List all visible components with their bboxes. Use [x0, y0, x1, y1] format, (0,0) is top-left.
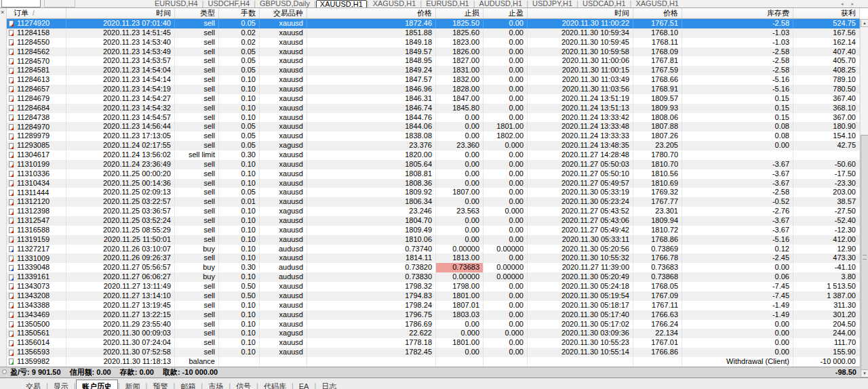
cell-sl: 1827.00	[436, 56, 484, 66]
terminal-tab-代码库[interactable]: 代码库	[258, 381, 292, 389]
cell-sl: 1823.00	[436, 38, 484, 47]
table-row-11284970[interactable]: 112849702020.11.23 14:56:44sell0.05xauus…	[7, 122, 860, 131]
table-row-11310199[interactable]: 113101992020.11.24 23:36:49sell0.10xauus…	[7, 160, 860, 169]
column-header-open_price[interactable]: 价格	[307, 8, 436, 18]
table-row-11316588[interactable]: 113165882020.11.25 08:55:29sell0.10xauus…	[7, 226, 860, 235]
cell-swap	[682, 150, 793, 160]
cell-sl: 0.00	[436, 131, 484, 141]
terminal-tab-信号[interactable]: 信号	[231, 381, 256, 389]
table-row-11293085[interactable]: 112930852020.11.24 02:17:55sell0.05xagus…	[7, 141, 860, 150]
chart-tab-eurusd-h4[interactable]: EURUSD,H4	[151, 0, 202, 7]
table-row-11343073[interactable]: 113430732020.11.27 13:11:49sell0.50xauus…	[7, 282, 860, 291]
cell-open_time: 2020.11.25 00:14:36	[66, 179, 175, 188]
terminal-tab-日志[interactable]: 日志	[316, 381, 342, 389]
cell-swap: 0.15	[682, 104, 793, 113]
table-row-11284738[interactable]: 112847382020.11.23 14:54:57sell0.10xauus…	[7, 113, 860, 123]
table-row-11356014[interactable]: 113560142020.11.30 07:24:04sell0.10xauus…	[7, 338, 860, 348]
cell-lots: 0.50	[219, 282, 260, 291]
cell-order: 11284570	[7, 56, 66, 66]
toolbar-stub-button-2[interactable]	[44, 0, 75, 7]
table-row-11284570[interactable]: 112845702020.11.23 14:53:57sell0.05xauus…	[7, 56, 860, 66]
chart-tabs: EURUSD,H4|USDCHF,H4|GBPUSD,Daily|XAUUSD,…	[151, 0, 683, 8]
table-row-11284158[interactable]: 112841582020.11.23 14:51:45sell0.02xauus…	[7, 28, 860, 38]
table-row-11274920[interactable]: 112749202020.11.23 07:01:40sell0.05xauus…	[7, 19, 860, 28]
toolbar-stub-button[interactable]	[1, 0, 41, 7]
tab-scroll-arrows-icon[interactable]: ◂ ▸	[841, 1, 857, 7]
terminal-tab-账户历史[interactable]: 账户历史	[76, 380, 118, 389]
table-row-11284581[interactable]: 112845812020.11.23 14:54:04sell0.05xauus…	[7, 66, 860, 75]
column-header-profit[interactable]: 获利	[793, 8, 860, 18]
cell-sl: 1832.00	[436, 75, 484, 85]
table-row-11284657[interactable]: 112846572020.11.23 14:54:19sell0.10xauus…	[7, 85, 860, 94]
terminal-tab-EA[interactable]: EA	[294, 381, 315, 389]
chart-tab-xagusd-h1[interactable]: XAGUSD,H1	[631, 0, 683, 7]
table-row-11310434[interactable]: 113104342020.11.25 00:14:36sell0.10xauus…	[7, 179, 860, 188]
column-header-tp[interactable]: 止盈	[484, 8, 528, 18]
close-icon[interactable]: ×	[1, 9, 6, 16]
table-row-11284679[interactable]: 112846792020.11.23 14:54:27sell0.10xauus…	[7, 94, 860, 104]
cell-lots: 0.10	[219, 226, 260, 235]
chart-tab-xauusd-h1[interactable]: XAUUSD,H1	[316, 0, 367, 8]
table-row-11312547[interactable]: 113125472020.11.25 03:52:24sell0.10xauus…	[7, 216, 860, 226]
scroll-down-icon[interactable]: ▼	[861, 369, 868, 377]
scroll-up-icon[interactable]: ▲	[861, 19, 868, 27]
table-row-11310336[interactable]: 113103362020.11.25 00:00:20sell0.10xauus…	[7, 169, 860, 179]
chart-tab-usdchf-h4[interactable]: USDCHF,H4	[203, 0, 254, 7]
terminal-tab-显示[interactable]: 显示	[48, 381, 74, 389]
table-row-11284550[interactable]: 112845502020.11.23 14:53:40sell0.02xauus…	[7, 38, 860, 47]
table-row-11350561[interactable]: 113505612020.11.30 00:09:03sell0.10xagus…	[7, 329, 860, 338]
table-row-11356593[interactable]: 113565932020.11.30 07:52:58sell0.10xauus…	[7, 348, 860, 357]
column-header-swap[interactable]: 库存费	[682, 8, 793, 18]
scrollbar-thumb[interactable]	[861, 135, 868, 374]
column-header-close_price[interactable]: 价格	[633, 8, 682, 18]
chart-tab-usdjpy-h1[interactable]: USDJPY,H1	[528, 0, 576, 7]
cell-order: 11356593	[7, 348, 66, 357]
table-row-11343388[interactable]: 113433882020.11.27 13:19:45sell0.10xauus…	[7, 301, 860, 310]
table-row-11359982[interactable]: 113599822020.11.30 11:18:13balanceWithdr…	[7, 357, 860, 367]
cell-sl: 0.73683	[436, 263, 484, 272]
terminal-tab-预警[interactable]: 预警	[147, 381, 173, 389]
chart-tab-audusd-h1[interactable]: AUDUSD,H1	[475, 0, 527, 7]
cell-lots: 0.10	[219, 75, 260, 85]
table-row-11319159[interactable]: 113191592020.11.25 11:50:01sell0.10xauus…	[7, 235, 860, 245]
table-row-11311444[interactable]: 113114442020.11.25 02:09:13sell0.05xauus…	[7, 188, 860, 197]
column-header-order[interactable]: 订单/	[7, 8, 66, 18]
buy-order-icon	[9, 274, 14, 281]
column-header-lots[interactable]: 手数	[219, 8, 260, 18]
terminal-tab-邮箱[interactable]: 邮箱	[175, 381, 201, 389]
chart-tab-xagusd-h1[interactable]: XAGUSD,H1	[369, 0, 420, 7]
terminal-tab-市场[interactable]: 市场	[203, 381, 229, 389]
sell-order-icon	[9, 331, 14, 337]
table-row-11339161[interactable]: 113391612020.11.27 06:06:27buy0.10audusd…	[7, 272, 860, 282]
terminal-tab-交易[interactable]: 交易	[20, 381, 46, 389]
column-header-open_time[interactable]: 时间	[66, 8, 175, 18]
vertical-scrollbar[interactable]: ▲ ▼	[860, 19, 868, 377]
table-row-11284613[interactable]: 112846132020.11.23 14:54:14sell0.10xauus…	[7, 75, 860, 85]
table-row-11339048[interactable]: 113390482020.11.27 05:56:57buy0.30audusd…	[7, 263, 860, 272]
table-row-11327217[interactable]: 113272172020.11.26 03:10:07buy0.10audusd…	[7, 245, 860, 254]
table-row-11289979[interactable]: 112899792020.11.23 17:13:05sell0.05xauus…	[7, 131, 860, 141]
cell-open_time: 2020.11.23 14:54:32	[66, 104, 175, 113]
sell-order-icon	[9, 161, 14, 167]
table-row-11312120[interactable]: 113121202020.11.25 03:22:57sell0.01xauus…	[7, 197, 860, 207]
cell-symbol: xauusd	[260, 291, 307, 301]
column-header-symbol[interactable]: 交易品种	[260, 8, 307, 18]
column-header-sl[interactable]: 止损	[436, 8, 484, 18]
table-row-11284684[interactable]: 112846842020.11.23 14:54:32sell0.10xauus…	[7, 104, 860, 113]
table-row-11304617[interactable]: 113046172020.11.24 13:56:02sell limit0.3…	[7, 150, 860, 160]
table-row-11331009[interactable]: 113310092020.11.26 09:26:37sell0.10xauus…	[7, 253, 860, 263]
column-header-close_time[interactable]: 时间	[528, 8, 633, 18]
chart-tab-gbpusd-daily[interactable]: GBPUSD,Daily	[256, 0, 314, 7]
table-row-11343469[interactable]: 113434692020.11.27 13:22:15sell0.10xauus…	[7, 310, 860, 320]
terminal-tab-新闻[interactable]: 新闻	[120, 381, 146, 389]
table-row-11312398[interactable]: 113123982020.11.25 03:36:57sell0.10xagus…	[7, 207, 860, 216]
cell-close_price: 1767.81	[633, 56, 682, 66]
chart-tab-eurusd-h1[interactable]: EURUSD,H1	[422, 0, 473, 7]
chart-tab-usdcad-h1[interactable]: USDCAD,H1	[578, 0, 630, 7]
cell-profit: -12.30	[793, 226, 860, 235]
table-row-11284562[interactable]: 112845622020.11.23 14:53:49sell0.05xauus…	[7, 47, 860, 57]
cell-profit: -17.50	[793, 169, 860, 179]
table-row-11350500[interactable]: 113505002020.11.29 23:55:40sell0.10xauus…	[7, 320, 860, 329]
column-header-type[interactable]: 类型	[175, 8, 219, 18]
table-row-11343208[interactable]: 113432082020.11.27 13:14:10sell0.50xauus…	[7, 291, 860, 301]
